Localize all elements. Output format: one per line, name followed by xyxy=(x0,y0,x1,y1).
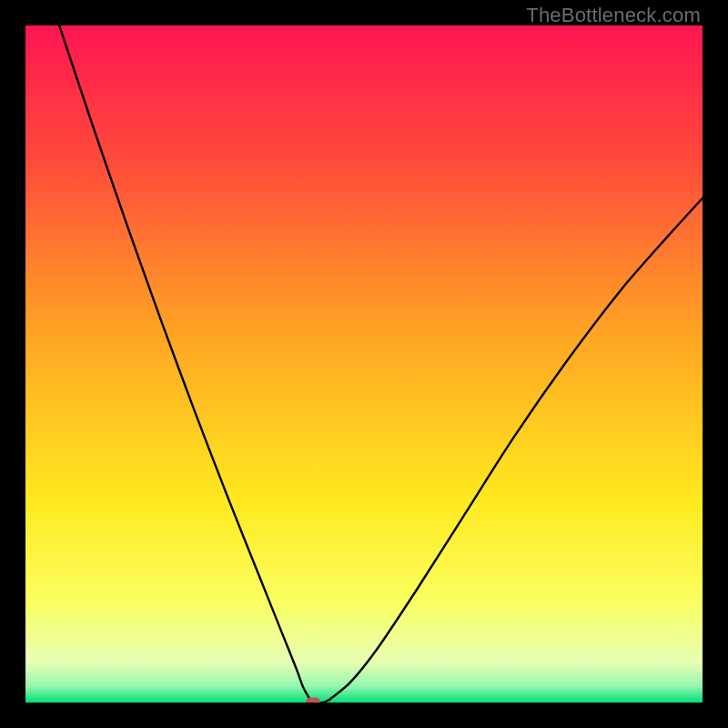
watermark-text: TheBottleneck.com xyxy=(526,4,701,27)
chart-frame: TheBottleneck.com xyxy=(0,0,728,728)
gradient-bg xyxy=(25,25,703,703)
plot-svg xyxy=(25,25,703,703)
optimal-point-marker xyxy=(306,698,320,703)
plot-area xyxy=(25,25,703,703)
